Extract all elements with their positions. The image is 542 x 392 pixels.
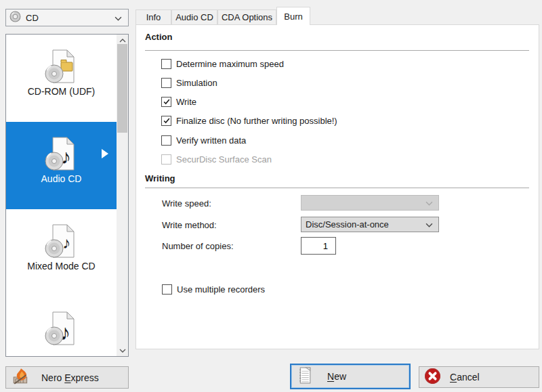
- checkbox-label: Finalize disc (No further writing possib…: [176, 116, 337, 126]
- checkbox-box[interactable]: [161, 78, 171, 88]
- label-mnemonic: N: [327, 371, 334, 382]
- device-selector-value: CD: [26, 13, 114, 23]
- label-mnemonic: E: [64, 372, 70, 383]
- checkbox-box[interactable]: [161, 116, 171, 126]
- tab-label: Audio CD: [175, 12, 213, 22]
- checkbox-box[interactable]: [161, 97, 171, 107]
- write-method-label: Write method:: [162, 217, 217, 233]
- compilation-items: CD-ROM (UDF) ♪ Audio CD: [6, 35, 117, 356]
- cancel-button[interactable]: Cancel: [419, 366, 539, 388]
- tab-burn[interactable]: Burn: [276, 7, 310, 25]
- checkbox-label: Write: [176, 97, 196, 107]
- new-button-label: New: [327, 371, 346, 382]
- label-mnemonic: C: [450, 372, 457, 383]
- checkbox-box[interactable]: [161, 59, 171, 69]
- nero-flame-icon: [12, 368, 30, 387]
- label-text: ancel: [457, 372, 479, 383]
- mixed-mode-cd-icon: ♪: [43, 223, 79, 261]
- checkbox-label: Determine maximum speed: [176, 59, 284, 69]
- writing-section-title: Writing: [145, 173, 175, 183]
- disc-icon: [9, 11, 21, 24]
- nero-express-button[interactable]: Nero Express: [5, 366, 129, 389]
- section-divider: [145, 188, 529, 188]
- burn-tab-panel: Action Determine maximum speed Simulatio…: [136, 24, 539, 349]
- check-icon: [163, 97, 171, 106]
- audio-cd-icon: ♪: [43, 310, 79, 349]
- field-label: Write method:: [162, 220, 217, 230]
- checkbox-simulation[interactable]: Simulation: [161, 77, 217, 88]
- field-label: Number of copies:: [162, 241, 234, 251]
- list-item-audio-cd[interactable]: ♪ Audio CD: [6, 122, 117, 209]
- list-item-mixed-mode-cd[interactable]: ♪ Mixed Mode CD: [6, 209, 117, 297]
- tab-info[interactable]: Info: [136, 9, 171, 25]
- write-method-select[interactable]: Disc/Session-at-once: [301, 217, 439, 232]
- tab-cda-options[interactable]: CDA Options: [217, 9, 276, 25]
- checkbox-label: Simulation: [176, 78, 217, 88]
- write-speed-label: Write speed:: [162, 195, 211, 211]
- field-label: Write speed:: [162, 198, 211, 209]
- scroll-down-icon[interactable]: [117, 345, 128, 356]
- label-text: ew: [334, 371, 346, 382]
- checkbox-label: Use multiple recorders: [177, 284, 265, 295]
- checkbox-securdisc-surface-scan: SecurDisc Surface Scan: [161, 154, 272, 165]
- chevron-down-icon: [114, 13, 122, 23]
- select-value: Disc/Session-at-once: [301, 219, 425, 230]
- list-item-cdrom-udf[interactable]: CD-ROM (UDF): [6, 35, 117, 122]
- copies-input[interactable]: [301, 237, 336, 255]
- list-item-partial[interactable]: ♪: [6, 297, 117, 356]
- checkbox-label: SecurDisc Surface Scan: [176, 154, 272, 165]
- sidebar-scrollbar[interactable]: [117, 35, 128, 356]
- checkbox-box[interactable]: [162, 284, 172, 295]
- cd-rom-udf-icon: [43, 48, 79, 87]
- check-icon: [163, 116, 171, 125]
- checkbox-write[interactable]: Write: [161, 96, 196, 107]
- audio-cd-icon: ♪: [43, 135, 79, 174]
- list-item-label: CD-ROM (UDF): [6, 86, 117, 97]
- tab-audio-cd[interactable]: Audio CD: [171, 9, 217, 25]
- list-item-label: Mixed Mode CD: [6, 261, 117, 271]
- svg-text:♪: ♪: [62, 234, 70, 252]
- cancel-button-label: Cancel: [450, 372, 480, 383]
- new-compilation-dialog: CD Info Audio CD CDA Options Burn: [0, 0, 542, 392]
- label-text: xpress: [71, 372, 99, 383]
- chevron-down-icon: [425, 198, 433, 208]
- checkbox-determine-maximum-speed[interactable]: Determine maximum speed: [161, 58, 284, 69]
- list-item-label: Audio CD: [6, 173, 117, 184]
- compilation-type-list: CD-ROM (UDF) ♪ Audio CD: [5, 34, 129, 357]
- scrollbar-thumb[interactable]: [117, 44, 127, 133]
- tab-label: CDA Options: [222, 12, 272, 22]
- section-divider: [145, 50, 529, 51]
- tab-label: Burn: [284, 12, 302, 22]
- checkbox-box[interactable]: [161, 135, 171, 146]
- checkbox-verify-written-data[interactable]: Verify written data: [161, 135, 246, 146]
- cancel-x-icon: [424, 368, 441, 387]
- chevron-down-icon: [425, 219, 433, 230]
- write-speed-select: [301, 195, 439, 211]
- checkbox-label: Verify written data: [176, 135, 246, 146]
- selected-item-arrow-icon: [102, 149, 108, 158]
- label-text: Nero: [41, 372, 64, 383]
- action-section-title: Action: [145, 32, 172, 42]
- checkbox-box: [161, 154, 171, 165]
- device-selector[interactable]: CD: [5, 9, 129, 26]
- notepad-icon: [297, 366, 312, 387]
- new-button[interactable]: New: [290, 364, 411, 389]
- checkbox-use-multiple-recorders[interactable]: Use multiple recorders: [162, 284, 265, 295]
- tab-label: Info: [146, 12, 161, 22]
- copies-label: Number of copies:: [162, 238, 234, 254]
- nero-express-label: Nero Express: [41, 372, 99, 383]
- checkbox-finalize-disc[interactable]: Finalize disc (No further writing possib…: [161, 115, 337, 126]
